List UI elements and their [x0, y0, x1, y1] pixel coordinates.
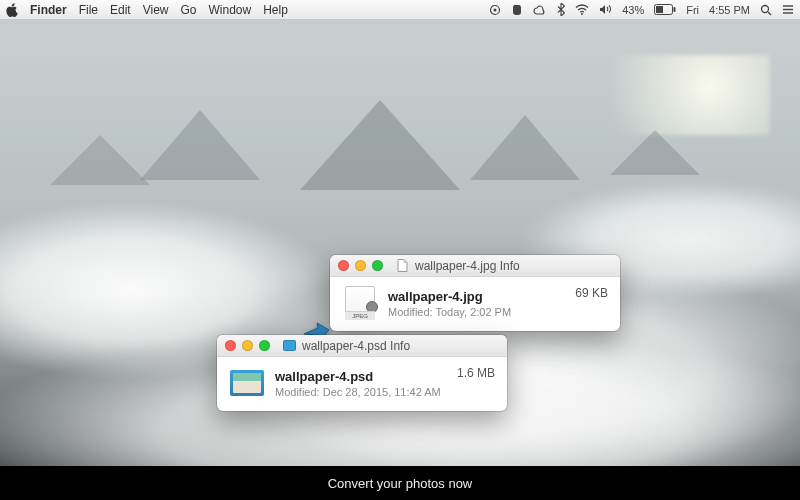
file-type-icon [282, 339, 296, 353]
menu-item-window[interactable]: Window [209, 3, 252, 17]
svg-rect-4 [656, 6, 663, 13]
titlebar[interactable]: wallpaper-4.jpg Info [330, 255, 620, 277]
file-modified: Modified: Today, 2:02 PM [388, 306, 565, 318]
cloud-sync-icon[interactable] [533, 4, 547, 16]
menu-item-go[interactable]: Go [181, 3, 197, 17]
close-button[interactable] [225, 340, 236, 351]
minimize-button[interactable] [355, 260, 366, 271]
file-size: 1.6 MB [457, 366, 495, 380]
menu-item-help[interactable]: Help [263, 3, 288, 17]
svg-rect-5 [674, 7, 676, 12]
svg-point-1 [494, 8, 497, 11]
wifi-icon[interactable] [575, 4, 589, 15]
info-window-jpg[interactable]: wallpaper-4.jpg Info wallpaper-4.jpg Mod… [330, 255, 620, 331]
notification-center-icon[interactable] [782, 4, 794, 15]
titlebar[interactable]: wallpaper-4.psd Info [217, 335, 507, 357]
volume-icon[interactable] [599, 4, 612, 15]
evernote-icon[interactable] [511, 4, 523, 16]
file-thumbnail-jpeg [342, 285, 378, 321]
svg-rect-11 [283, 341, 295, 351]
zoom-button[interactable] [259, 340, 270, 351]
caption-bar: Convert your photos now [0, 466, 800, 500]
menu-extra-icon[interactable] [489, 4, 501, 16]
zoom-button[interactable] [372, 260, 383, 271]
bluetooth-icon[interactable] [557, 3, 565, 16]
caption-text: Convert your photos now [328, 476, 473, 491]
menu-item-file[interactable]: File [79, 3, 98, 17]
desktop-wallpaper [0, 0, 800, 500]
battery-percent[interactable]: 43% [622, 4, 644, 16]
info-body: wallpaper-4.psd Modified: Dec 28, 2015, … [217, 357, 507, 411]
svg-line-7 [768, 12, 771, 15]
sun-glow [570, 55, 770, 135]
spotlight-icon[interactable] [760, 4, 772, 16]
file-name: wallpaper-4.jpg [388, 289, 565, 304]
info-window-psd[interactable]: wallpaper-4.psd Info wallpaper-4.psd Mod… [217, 335, 507, 411]
file-modified: Modified: Dec 28, 2015, 11:42 AM [275, 386, 447, 398]
menu-item-view[interactable]: View [143, 3, 169, 17]
mountain-peak [300, 100, 460, 190]
app-name[interactable]: Finder [30, 3, 67, 17]
mountain-peak [610, 130, 700, 175]
file-thumbnail-psd [229, 365, 265, 401]
clock-time[interactable]: 4:55 PM [709, 4, 750, 16]
svg-point-6 [762, 5, 769, 12]
mountain-peak [470, 115, 580, 180]
menu-item-edit[interactable]: Edit [110, 3, 131, 17]
mountain-peak [50, 135, 150, 185]
info-body: wallpaper-4.jpg Modified: Today, 2:02 PM… [330, 277, 620, 331]
file-size: 69 KB [575, 286, 608, 300]
battery-icon[interactable] [654, 4, 676, 15]
window-title: wallpaper-4.psd Info [302, 339, 410, 353]
minimize-button[interactable] [242, 340, 253, 351]
window-title: wallpaper-4.jpg Info [415, 259, 520, 273]
svg-point-2 [581, 13, 583, 15]
clock-day[interactable]: Fri [686, 4, 699, 16]
mountain-peak [140, 110, 260, 180]
file-name: wallpaper-4.psd [275, 369, 447, 384]
menu-bar: Finder File Edit View Go Window Help 43%… [0, 0, 800, 20]
file-type-icon [395, 259, 409, 273]
close-button[interactable] [338, 260, 349, 271]
apple-menu-icon[interactable] [6, 3, 18, 17]
